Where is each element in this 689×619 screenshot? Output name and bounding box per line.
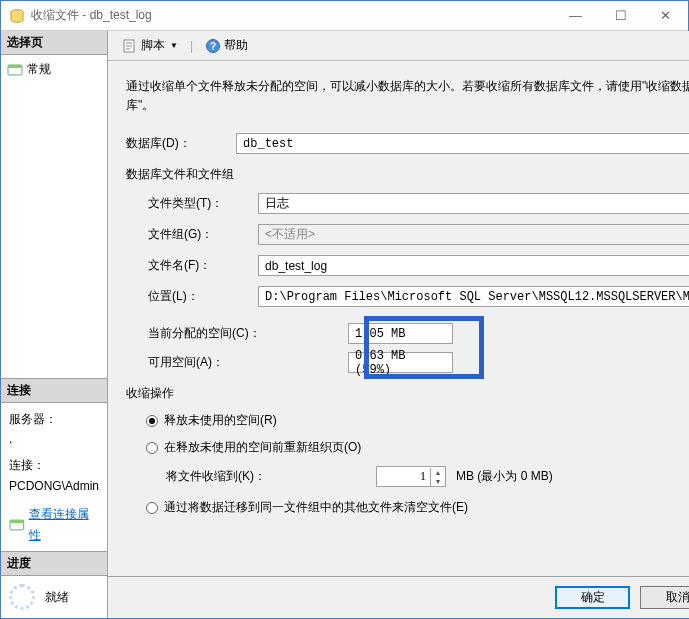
shrink-to-spinner[interactable]: 1 ▲▼ — [376, 466, 446, 487]
help-label: 帮助 — [224, 37, 248, 54]
filegroup-label: 文件组(G)： — [148, 226, 258, 243]
filename-label: 文件名(F)： — [148, 257, 258, 274]
filegroup-value: <不适用> — [265, 226, 315, 243]
svg-text:?: ? — [210, 41, 216, 52]
script-icon — [122, 38, 138, 54]
chevron-down-icon: ▼ — [170, 41, 178, 50]
dialog-body: 选择页 常规 连接 服务器： . 连接： PCDONG\Admin — [1, 31, 688, 618]
help-icon: ? — [205, 38, 221, 54]
titlebar[interactable]: 收缩文件 - db_test_log — ☐ ✕ — [1, 1, 688, 31]
shrink-to-suffix: MB (最小为 0 MB) — [456, 468, 553, 485]
filetype-select[interactable]: 日志 ⌄ — [258, 193, 689, 214]
filename-select[interactable]: db_test_log ⌄ — [258, 255, 689, 276]
connection-value: PCDONG\Admin — [9, 476, 99, 496]
stats-area: 当前分配的空间(C)： 1.05 MB 可用空间(A)： 0.63 MB (59… — [126, 323, 689, 373]
window-buttons: — ☐ ✕ — [553, 1, 688, 30]
toolbar: 脚本 ▼ | ? 帮助 — [108, 31, 689, 61]
progress-spinner-icon — [9, 584, 35, 610]
shrink-to-value: 1 — [377, 469, 430, 484]
server-label: 服务器： — [9, 409, 99, 429]
database-field: db_test — [236, 133, 689, 154]
progress-section: 进度 就绪 — [1, 551, 107, 618]
radio-migrate[interactable] — [146, 502, 158, 514]
description-text: 通过收缩单个文件释放未分配的空间，可以减小数据库的大小。若要收缩所有数据库文件，… — [126, 77, 689, 115]
radio-reorganize[interactable] — [146, 442, 158, 454]
dialog-footer: 确定 取消 — [108, 576, 689, 618]
cancel-button[interactable]: 取消 — [640, 586, 689, 609]
help-button[interactable]: ? 帮助 — [201, 35, 252, 56]
ok-button[interactable]: 确定 — [555, 586, 630, 609]
progress-status: 就绪 — [45, 589, 69, 606]
page-tree: 常规 — [1, 55, 107, 378]
filegroup-section-title: 数据库文件和文件组 — [126, 166, 689, 183]
location-field[interactable]: D:\Program Files\Microsoft SQL Server\MS… — [258, 286, 689, 307]
view-connection-props-label: 查看连接属性 — [29, 504, 99, 545]
connection-label: 连接： — [9, 455, 99, 475]
filetype-label: 文件类型(T)： — [148, 195, 258, 212]
progress-header: 进度 — [1, 552, 107, 576]
filetype-value: 日志 — [265, 195, 289, 212]
maximize-button[interactable]: ☐ — [598, 1, 643, 30]
radio-reorg-row[interactable]: 在释放未使用的空间前重新组织页(O) — [146, 439, 689, 456]
script-button[interactable]: 脚本 ▼ — [118, 35, 182, 56]
shrink-file-dialog: 收缩文件 - db_test_log — ☐ ✕ 选择页 常规 连接 服务器： … — [0, 0, 689, 619]
database-icon — [9, 8, 25, 24]
minimize-button[interactable]: — — [553, 1, 598, 30]
script-label: 脚本 — [141, 37, 165, 54]
select-page-header: 选择页 — [1, 31, 107, 55]
page-general-label: 常规 — [27, 61, 51, 78]
svg-rect-4 — [10, 520, 24, 523]
radio-release[interactable] — [146, 415, 158, 427]
filename-value: db_test_log — [265, 259, 327, 273]
page-general[interactable]: 常规 — [7, 59, 101, 80]
spinner-arrows[interactable]: ▲▼ — [430, 468, 445, 486]
svg-rect-2 — [8, 65, 22, 68]
connection-header: 连接 — [1, 379, 107, 403]
filegroup-select: <不适用> ⌄ — [258, 224, 689, 245]
link-icon — [9, 518, 25, 532]
shrink-to-label: 将文件收缩到(K)： — [166, 468, 366, 485]
content-area: 通过收缩单个文件释放未分配的空间，可以减小数据库的大小。若要收缩所有数据库文件，… — [108, 61, 689, 576]
location-label: 位置(L)： — [148, 288, 258, 305]
close-button[interactable]: ✕ — [643, 1, 688, 30]
view-connection-props-link[interactable]: 查看连接属性 — [9, 504, 99, 545]
connection-section: 连接 服务器： . 连接： PCDONG\Admin 查看连接属性 — [1, 378, 107, 551]
radio-migrate-label: 通过将数据迁移到同一文件组中的其他文件来清空文件(E) — [164, 499, 468, 516]
radio-reorg-label: 在释放未使用的空间前重新组织页(O) — [164, 439, 361, 456]
radio-migrate-row[interactable]: 通过将数据迁移到同一文件组中的其他文件来清空文件(E) — [146, 499, 689, 516]
allocated-value: 1.05 MB — [348, 323, 453, 344]
window-title: 收缩文件 - db_test_log — [31, 7, 553, 24]
database-label: 数据库(D)： — [126, 135, 236, 152]
radio-release-label: 释放未使用的空间(R) — [164, 412, 277, 429]
page-icon — [7, 63, 23, 77]
toolbar-separator: | — [190, 39, 193, 53]
available-value: 0.63 MB (59%) — [348, 352, 453, 373]
server-value: . — [9, 429, 99, 449]
left-pane: 选择页 常规 连接 服务器： . 连接： PCDONG\Admin — [1, 31, 108, 618]
right-pane: 脚本 ▼ | ? 帮助 通过收缩单个文件释放未分配的空间，可以减小数据库的大小。… — [108, 31, 689, 618]
allocated-label: 当前分配的空间(C)： — [148, 325, 348, 342]
radio-release-row[interactable]: 释放未使用的空间(R) — [146, 412, 689, 429]
shrink-action-title: 收缩操作 — [126, 385, 689, 402]
available-label: 可用空间(A)： — [148, 354, 348, 371]
